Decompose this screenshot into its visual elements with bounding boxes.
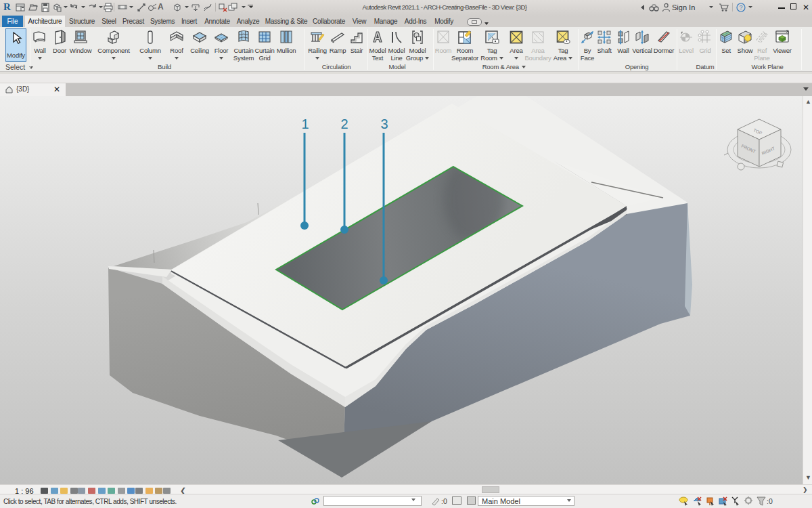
svg-text:?: ? (739, 4, 742, 11)
svg-text:1: 1 (301, 117, 309, 131)
svg-text:3: 3 (380, 117, 388, 131)
svg-text:2: 2 (340, 117, 348, 131)
